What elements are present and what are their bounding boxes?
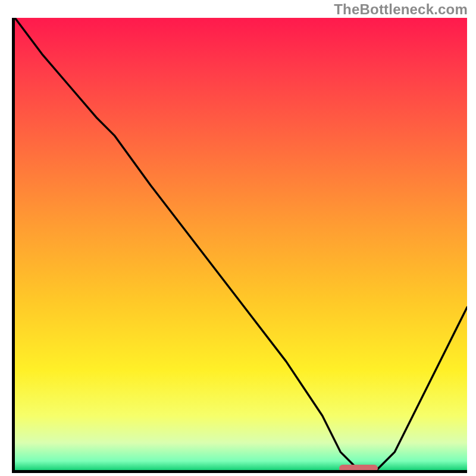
chart-container: TheBottleneck.com bbox=[0, 0, 476, 476]
bottleneck-curve bbox=[15, 18, 467, 470]
plot-area bbox=[15, 18, 467, 470]
plot-frame bbox=[12, 18, 467, 473]
watermark-text: TheBottleneck.com bbox=[334, 1, 468, 18]
optimal-point-marker bbox=[339, 465, 378, 470]
